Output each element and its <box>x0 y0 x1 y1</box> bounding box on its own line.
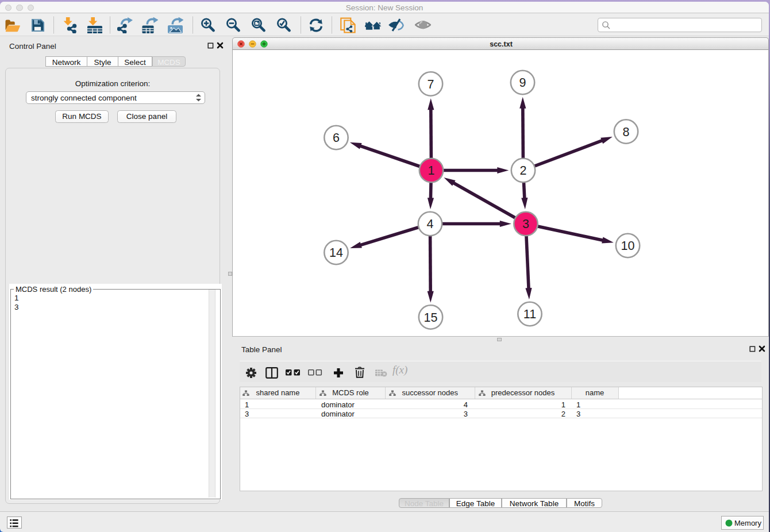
svg-text:4: 4 <box>427 217 434 231</box>
svg-text:7: 7 <box>428 78 434 91</box>
svg-text:10: 10 <box>621 239 635 253</box>
svg-text:1: 1 <box>428 164 435 178</box>
svg-text:3: 3 <box>522 217 529 231</box>
svg-text:11: 11 <box>523 307 536 321</box>
svg-text:9: 9 <box>519 76 526 90</box>
svg-text:14: 14 <box>329 246 343 260</box>
svg-text:15: 15 <box>424 311 438 325</box>
svg-text:8: 8 <box>623 125 630 139</box>
svg-text:2: 2 <box>520 164 527 178</box>
svg-text:6: 6 <box>333 131 340 145</box>
